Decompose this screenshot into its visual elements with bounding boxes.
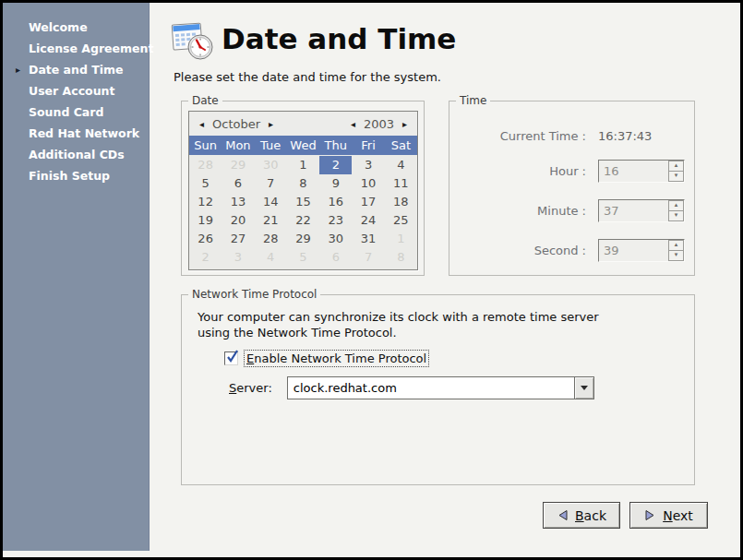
- minute-spinbox[interactable]: 37▴▾: [598, 199, 685, 222]
- active-step-arrow-icon: ▸: [16, 59, 20, 80]
- prev-month-icon[interactable]: ◂: [196, 119, 208, 129]
- sidebar-nav: WelcomeLicense Agreement▸Date and TimeUs…: [3, 3, 149, 186]
- calendar-widget: ◂ October ▸ ◂ 2003 ▸ SunMonTueWedThuFriS…: [188, 111, 418, 270]
- sidebar-item-label: Date and Time: [29, 63, 124, 77]
- calendar-day[interactable]: 29: [222, 156, 254, 174]
- second-spinbox[interactable]: 39▴▾: [598, 239, 685, 262]
- window-content: WelcomeLicense Agreement▸Date and TimeUs…: [3, 3, 740, 557]
- calendar-day[interactable]: 4: [255, 248, 287, 267]
- calendar-day[interactable]: 22: [287, 211, 319, 230]
- calendar-day[interactable]: 31: [352, 230, 384, 248]
- calendar-day[interactable]: 13: [222, 193, 254, 211]
- setup-wizard-window: WelcomeLicense Agreement▸Date and TimeUs…: [0, 0, 743, 560]
- calendar-day[interactable]: 30: [255, 156, 287, 174]
- calendar-day-header: Wed: [287, 136, 319, 155]
- calendar-day[interactable]: 7: [255, 174, 287, 193]
- calendar-day[interactable]: 17: [352, 193, 384, 211]
- calendar-day-headers: SunMonTueWedThuFriSat: [189, 136, 417, 155]
- next-button[interactable]: Next: [629, 502, 708, 529]
- minute-label: Minute :: [449, 204, 586, 218]
- calendar-day[interactable]: 14: [255, 193, 287, 211]
- calendar-day[interactable]: 8: [287, 174, 319, 193]
- calendar-day[interactable]: 6: [319, 248, 352, 267]
- minute-value[interactable]: 37: [599, 200, 668, 221]
- sidebar-item-label: Additional CDs: [29, 148, 125, 161]
- page-subtitle: Please set the date and time for the sys…: [174, 70, 441, 84]
- calendar-day[interactable]: 15: [287, 193, 319, 211]
- calendar-day[interactable]: 3: [222, 248, 254, 267]
- calendar-day[interactable]: 19: [189, 211, 222, 230]
- hour-spin-up-icon[interactable]: ▴: [668, 161, 684, 172]
- calendar-day[interactable]: 18: [385, 193, 417, 211]
- enable-ntp-label[interactable]: Enable Network Time Protocol: [244, 350, 429, 367]
- sidebar-item-date-and-time: ▸Date and Time: [3, 59, 149, 80]
- sidebar-item-user-account: User Account: [3, 80, 149, 101]
- sidebar-item-label: User Account: [29, 84, 114, 98]
- calendar-day[interactable]: 1: [287, 156, 319, 174]
- calendar-day[interactable]: 28: [189, 156, 222, 174]
- server-combobox[interactable]: clock.redhat.com: [287, 376, 594, 399]
- steps-sidebar: WelcomeLicense Agreement▸Date and TimeUs…: [3, 3, 150, 551]
- calendar-day[interactable]: 16: [319, 193, 352, 211]
- calendar-day[interactable]: 23: [319, 211, 352, 230]
- minute-row: Minute :37▴▾: [449, 199, 694, 222]
- next-year-icon[interactable]: ▸: [399, 119, 411, 129]
- hour-value[interactable]: 16: [599, 161, 668, 182]
- calendar-day[interactable]: 10: [352, 174, 384, 193]
- time-section: Time Current Time : 16:37:43 Hour :16▴▾M…: [449, 101, 695, 276]
- checkmark-icon: [225, 350, 239, 365]
- calendar-day[interactable]: 4: [385, 156, 417, 174]
- calendar-day[interactable]: 3: [352, 156, 384, 174]
- calendar-day[interactable]: 27: [222, 230, 254, 248]
- calendar-day-header: Fri: [352, 136, 384, 155]
- calendar-day-selected[interactable]: 2: [319, 156, 352, 174]
- sidebar-item-label: Sound Card: [29, 105, 103, 119]
- server-label: Server:: [229, 381, 272, 395]
- sidebar-item-welcome: Welcome: [3, 17, 149, 38]
- hour-spinbox[interactable]: 16▴▾: [598, 160, 685, 183]
- calendar-day[interactable]: 2: [189, 248, 222, 267]
- calendar-clock-icon: [170, 17, 216, 63]
- calendar-day[interactable]: 1: [385, 230, 417, 248]
- ntp-description-line1: Your computer can synchronize its clock …: [198, 309, 599, 325]
- calendar-day[interactable]: 7: [352, 248, 384, 267]
- enable-ntp-checkbox[interactable]: [224, 351, 238, 365]
- second-spin-down-icon[interactable]: ▾: [668, 251, 684, 261]
- back-button-label: Back: [575, 508, 606, 523]
- second-value[interactable]: 39: [599, 240, 668, 261]
- calendar-day[interactable]: 12: [189, 193, 222, 211]
- calendar-day[interactable]: 21: [255, 211, 287, 230]
- calendar-day[interactable]: 5: [287, 248, 319, 267]
- calendar-day[interactable]: 9: [319, 174, 352, 193]
- current-time-row: Current Time : 16:37:43: [449, 129, 694, 143]
- ntp-section: Network Time Protocol Your computer can …: [181, 294, 695, 485]
- calendar-day[interactable]: 6: [222, 174, 254, 193]
- minute-spin-down-icon[interactable]: ▾: [668, 211, 684, 221]
- sidebar-item-label: License Agreement: [29, 42, 153, 55]
- back-button[interactable]: Back: [543, 502, 620, 529]
- calendar-day[interactable]: 5: [189, 174, 222, 193]
- calendar-day-header: Mon: [222, 136, 254, 155]
- hour-spin-down-icon[interactable]: ▾: [668, 172, 684, 182]
- sidebar-item-label: Red Hat Network: [29, 126, 139, 140]
- server-combobox-dropdown-button[interactable]: [574, 376, 594, 399]
- minute-spin-buttons: ▴▾: [668, 200, 684, 221]
- minute-spin-up-icon[interactable]: ▴: [668, 200, 684, 211]
- calendar-day[interactable]: 29: [287, 230, 319, 248]
- calendar-day[interactable]: 11: [385, 174, 417, 193]
- date-section-legend: Date: [188, 94, 222, 108]
- calendar-day[interactable]: 26: [189, 230, 222, 248]
- server-combobox-value[interactable]: clock.redhat.com: [287, 376, 574, 399]
- calendar-day[interactable]: 30: [319, 230, 352, 248]
- prev-year-icon[interactable]: ◂: [347, 119, 359, 129]
- calendar-day[interactable]: 8: [385, 248, 417, 267]
- next-month-icon[interactable]: ▸: [265, 119, 277, 129]
- calendar-day[interactable]: 24: [352, 211, 384, 230]
- calendar-day-header: Tue: [255, 136, 287, 155]
- second-spin-up-icon[interactable]: ▴: [668, 240, 684, 251]
- calendar-day-header: Sat: [385, 136, 417, 155]
- calendar-day[interactable]: 20: [222, 211, 254, 230]
- calendar-day[interactable]: 25: [385, 211, 417, 230]
- time-section-legend: Time: [456, 94, 490, 108]
- calendar-day[interactable]: 28: [255, 230, 287, 248]
